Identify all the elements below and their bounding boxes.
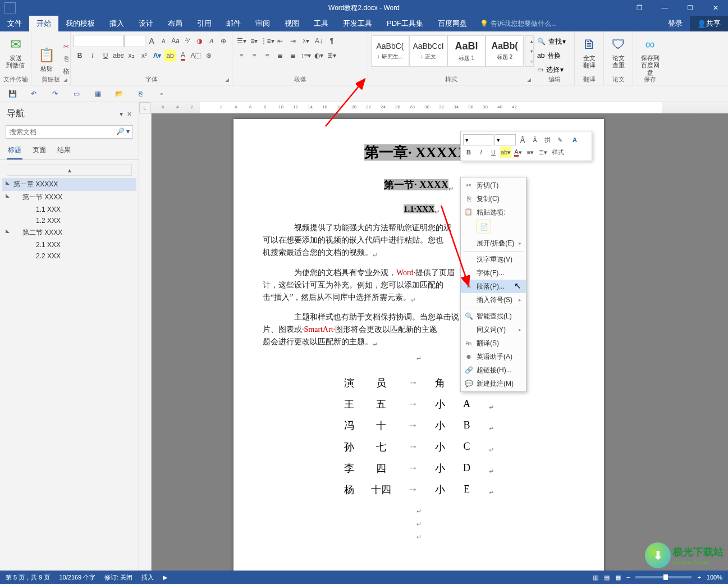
view-print-layout[interactable]: ▥ [593, 574, 598, 581]
tab-file[interactable]: 文件 [0, 16, 29, 31]
tree-item[interactable]: 2.2 XXX [2, 250, 136, 262]
status-words[interactable]: 10/2169 个字 [59, 573, 95, 582]
mini-styles-button[interactable]: A [566, 134, 583, 145]
style-item[interactable]: AaBbCcI↓ 正文 [409, 35, 447, 67]
italic-button[interactable]: I [86, 49, 99, 62]
login-button[interactable]: 登录 [661, 16, 690, 31]
ctx-translate[interactable]: 🗛翻译(S) [461, 336, 526, 350]
highlight-button[interactable]: ab [164, 49, 176, 62]
grow-font-button[interactable]: A [146, 35, 157, 47]
mini-bullets[interactable]: ≡▾ [525, 147, 536, 158]
ctx-font[interactable]: 字体(F)... [461, 266, 526, 280]
increase-indent-button[interactable]: ⇥ [287, 35, 299, 47]
find-button[interactable]: 🔍查找 ▾ [537, 35, 571, 48]
subscript-button[interactable]: x₂ [125, 49, 138, 62]
font-color-button[interactable]: A [177, 49, 189, 62]
tab-templates[interactable]: 我的模板 [58, 16, 102, 31]
send-to-wechat-button[interactable]: ✉ 发送 到微信 [3, 33, 28, 71]
nav-tab-pages[interactable]: 页面 [31, 145, 47, 159]
zoom-in[interactable]: + [697, 574, 700, 581]
mini-underline[interactable]: U [488, 147, 499, 158]
superscript-button[interactable]: x² [138, 49, 150, 62]
sort-button[interactable]: A↓ [313, 35, 325, 47]
status-track[interactable]: 修订: 关闭 [104, 573, 132, 582]
underline-button[interactable]: U [99, 49, 112, 62]
mini-font-color[interactable]: A▾ [512, 147, 524, 158]
multilevel-list-button[interactable]: ⋮≡▾ [261, 35, 273, 47]
view-web-layout[interactable]: ▦ [615, 574, 621, 581]
enclose-char-button[interactable]: ⊕ [218, 35, 229, 47]
close-button[interactable]: ✕ [703, 0, 728, 16]
phonetic-guide-button[interactable]: ᴬ⁄ [182, 35, 193, 47]
collapse-all-button[interactable]: ▴ [7, 165, 132, 176]
tab-baidu[interactable]: 百度网盘 [431, 16, 474, 31]
share-button[interactable]: 👤 共享 [690, 16, 728, 31]
numbering-button[interactable]: ≡▾ [248, 35, 260, 47]
enclose-button[interactable]: ⊛ [203, 49, 215, 62]
nav-close-button[interactable]: ✕ [127, 111, 132, 117]
clipboard-dialog-launcher[interactable]: ◢ [62, 76, 68, 83]
mini-format-painter[interactable]: ✎ [554, 134, 565, 145]
paste-option-keep-source[interactable]: 📄 [477, 220, 491, 234]
character-border-button[interactable]: 𝘈 [205, 35, 217, 47]
ctx-hyperlink[interactable]: 🔗超链接(H)... [461, 363, 526, 377]
tree-item[interactable]: ◣第一节 XXXX [2, 191, 136, 204]
tree-item[interactable]: 1.1 XXX [2, 204, 136, 215]
mini-styles-label[interactable]: 样式 [550, 147, 566, 158]
asian-layout-button[interactable]: ☓▾ [300, 35, 312, 47]
borders-button[interactable]: ⊞▾ [326, 49, 338, 62]
mini-font-combo[interactable]: ▾ [463, 134, 493, 145]
tab-insert[interactable]: 插入 [102, 16, 131, 31]
view-read-mode[interactable]: ▤ [604, 574, 610, 581]
mini-shrink-font[interactable]: Â [529, 134, 541, 145]
qat-new[interactable]: ▭ [71, 88, 82, 99]
font-size-combo[interactable] [124, 35, 145, 47]
font-dialog-launcher[interactable]: ◢ [223, 76, 230, 83]
styles-gallery[interactable]: AaBbC(↓ 研究生... AaBbCcI↓ 正文 AaBl标题 1 AaBb… [371, 35, 524, 67]
tab-layout[interactable]: 布局 [161, 16, 190, 31]
ctx-copy[interactable]: ⎘复制(C) [461, 192, 526, 206]
mini-highlight[interactable]: ab▾ [500, 147, 511, 158]
strikethrough-button[interactable]: abc [112, 49, 125, 62]
font-family-combo[interactable] [74, 35, 123, 47]
horizontal-ruler[interactable]: 6422468101214161820222426283032343638404… [150, 102, 728, 113]
decrease-indent-button[interactable]: ⇤ [274, 35, 286, 47]
replace-button[interactable]: ab替换 [537, 49, 571, 62]
qat-copy[interactable]: ⎘ [135, 88, 146, 99]
mini-size-combo[interactable]: ▾ [495, 134, 516, 145]
mini-bold[interactable]: B [463, 147, 474, 158]
tab-view[interactable]: 视图 [277, 16, 306, 31]
qat-open[interactable]: 📂 [113, 88, 125, 99]
bold-button[interactable]: B [74, 49, 86, 62]
ctx-smart-lookup[interactable]: 🔍智能查找(L) [461, 309, 526, 323]
paragraph-dialog-launcher[interactable]: ◢ [359, 76, 366, 83]
select-button[interactable]: ▭选择 ▾ [537, 63, 571, 76]
tree-item[interactable]: 2.1 XXX [2, 239, 136, 250]
status-macro-icon[interactable]: ▶ [163, 574, 167, 581]
ctx-synonym[interactable]: 同义词(Y)▸ [461, 323, 526, 336]
nav-tab-results[interactable]: 结果 [56, 145, 72, 159]
tab-pdf[interactable]: PDF工具集 [379, 16, 431, 31]
search-icon[interactable]: 🔎 ▾ [116, 127, 130, 135]
qat-redo[interactable]: ↷ [49, 88, 61, 99]
align-center-button[interactable]: ≡ [248, 49, 260, 62]
tree-item[interactable]: ◣第一章 XXXXX [2, 178, 136, 191]
status-page[interactable]: 第 5 页，共 9 页 [6, 573, 50, 582]
zoom-level[interactable]: 100% [707, 574, 722, 581]
nav-search-input[interactable] [6, 125, 133, 139]
qat-undo[interactable]: ↶ [28, 88, 39, 99]
tab-review[interactable]: 审阅 [248, 16, 277, 31]
nav-dropdown[interactable]: ▾ ✕ [120, 110, 132, 118]
justify-button[interactable]: ≣ [274, 49, 286, 62]
tab-developer[interactable]: 开发工具 [336, 16, 379, 31]
mini-numbering[interactable]: ≣▾ [537, 147, 548, 158]
align-left-button[interactable]: ≡ [235, 49, 248, 62]
qat-save[interactable]: 💾 [7, 88, 18, 99]
tab-references[interactable]: 引用 [190, 16, 219, 31]
text-effects-button[interactable]: A▾ [151, 49, 163, 62]
bullets-button[interactable]: ☰▾ [235, 35, 248, 47]
zoom-slider[interactable] [635, 576, 692, 578]
styles-dialog-launcher[interactable]: ◢ [525, 76, 532, 83]
mini-grow-font[interactable]: Â [517, 134, 528, 145]
tab-tools[interactable]: 工具 [306, 16, 336, 31]
